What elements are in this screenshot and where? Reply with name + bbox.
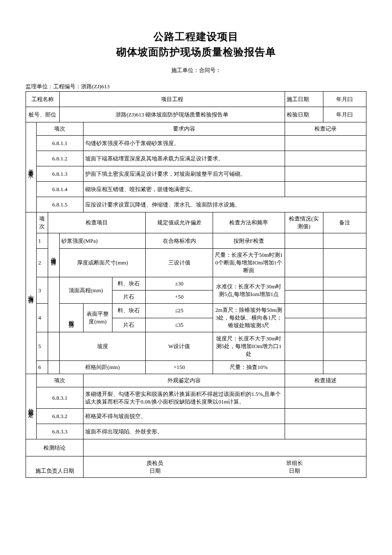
measure-row-method: 2m直尺：除锥坡外每50m测3处，每处纵、横向各1尺；锥坡处顺坡测3尺 [213,304,285,332]
measure-row-idx: 6 [36,361,48,374]
measure-sub-allow: +50 [146,291,213,304]
sig-block: 质检员 日期 班组长 日期 [84,456,366,478]
title-line1: 公路工程建设项目 [26,30,366,44]
measure-col-note: 备注 [323,212,366,233]
measure-section-label: 实测项目 [26,212,37,374]
measure-row-note [323,318,366,332]
appearance-col-content: 外观鉴定内容 [84,374,285,387]
appearance-row-content: 坡面不得出现塌陷、外鼓变形。 [84,424,285,439]
basic-row-record [285,136,366,151]
measure-row-note [323,361,366,374]
measure-row-method: 按附录F检查 [213,233,285,249]
basic-row-content: 应按设计要求设置沉降缝、伸缩缝、泄水孔、坡面防排水设施。 [84,197,366,212]
appearance-col-index: 项次 [36,374,83,387]
basic-row-content: 坡面下端基础埋置深度及其地基承载力应满足设计要求。 [84,151,285,166]
measure-sub-label: 料、块石 [112,304,146,318]
measure-row-idx: 3 [36,277,48,304]
measure-sub-allow: ≤25 [146,304,213,318]
appearance-row-no: 6.8.3.3 [36,424,83,439]
sig-left: 施工负责人日期 [26,456,84,478]
measure-row-allow: 在合格标准内 [146,233,213,249]
pile-value: 浙路(ZJ)613 砌体坡面防护现场质量检验报告单 [59,107,285,122]
basic-row-no: 6.8.1.3 [36,166,83,182]
measure-row-item: 砂浆强度(MPa) [59,233,146,249]
measure-col-method: 检查方法和频率 [213,212,285,233]
measure-gen-group: 般项目 [59,304,83,332]
measure-sub-label: 片石 [112,318,146,332]
basic-row-record [285,182,366,197]
appearance-row-content: 浆砌缝开裂、勾缝不密实和脱落的累计换算面积不得超过该面面积的1.5%,且单个或大… [84,387,285,409]
measure-row-result [285,249,323,277]
measure-col-result: 检查情况(实测值) [285,212,323,233]
sig-mid-top: 质检员 [147,459,163,467]
measure-sub-label: 料、块石 [112,277,146,291]
measure-empty-group [48,277,59,332]
measure-col-allow: 规定值或允许偏差 [146,212,213,233]
inspect-date-value: 年月曰 [323,107,366,122]
measure-row-idx: 1 [36,233,48,249]
measure-col-item: 检查项目 [48,212,146,233]
measure-row-idx: 2 [36,249,48,277]
measure-col-index: 项次 [36,212,48,233]
measure-sub-allow: ±30 [146,277,213,291]
basic-col-record: 检查记录 [285,122,366,136]
appearance-row-no: 6.8.3.2 [36,409,83,424]
basic-row-content: 勾缝砂浆强度不得小于浆砌砂浆强度。 [84,136,285,151]
sig-right-top: 班组长 [286,459,303,467]
measure-row-item-main: 顶面高程(mm) [59,277,112,304]
measure-row-idx: 4 [36,304,48,332]
appearance-row-desc [285,424,366,439]
measure-row-method: 尺量：长度不大于50m时测10个断面,每增加IOm增加1个断面 [213,249,285,277]
measure-row-item: 厚度或断面尺寸(mm) [59,249,146,277]
measure-row-result [285,291,323,304]
basic-row-content: 护面下填土密实度应满足设计要求，对坡面刷坡整平后方可铺砌。 [84,166,285,182]
basic-col-index: 项次 [36,122,83,136]
appearance-row-content: 框格梁不得与坡面脱空。 [84,409,285,424]
measure-empty-group [48,361,59,374]
measure-row-result [285,318,323,332]
basic-row-record [285,166,366,182]
basic-row-no: 6.8.1.2 [36,151,83,166]
measure-sub-allow: ≤35 [146,318,213,332]
title-line2: 砌体坡面防护现场质量检验报告单 [26,45,366,59]
conclusion-value [84,439,366,456]
measure-row-item: 框格间距(mm) [59,361,146,374]
measure-row-note [323,233,366,249]
sig-mid-bot: 日期 [147,467,163,475]
inspection-form-table: 工程名称 项目工程 施工日期 年月曰 桩号、部位 浙路(ZJ)613 砌体坡面防… [26,91,366,478]
pile-label: 桩号、部位 [26,107,60,122]
basic-row-no: 6.8.1.4 [36,182,83,197]
measure-row-method: 尺量：抽查10% [213,361,285,374]
measure-row-method: 坡度尺：长度不大于30m时测5处，每增加IOm增力口1处 [213,332,285,361]
measure-row-method: 水准仪：长度不大于30m时测5点,每增加Iom增加1点 [213,277,285,304]
measure-row-result [285,332,323,361]
basic-row-no: 6.8.1.5 [36,197,83,212]
measure-sub-label: 片石 [112,291,146,304]
header-supervisor-projectno: 监理单位：工程编号：浙路(ZJ)613 [26,83,366,90]
measure-row-result [285,277,323,291]
measure-row-allow: +150 [146,361,213,374]
measure-row-note [323,291,366,304]
basic-row-record [285,151,366,166]
conclusion-label: 检测结论 [26,439,84,456]
measure-key-group: 关键项目 [48,233,59,277]
measure-row-allow: W设计值 [146,332,213,361]
measure-row-note [323,304,366,318]
basic-section-label: 基本要求 [26,122,37,212]
appearance-row-desc [285,409,366,424]
measure-row-idx: 5 [36,332,48,361]
basic-row-no: 6.8.1.1 [36,136,83,151]
measure-row-note [323,277,366,291]
basic-col-req: 要求内容 [84,122,285,136]
project-name-label: 工程名称 [26,92,60,107]
measure-empty-group [48,332,59,361]
measure-row-item: 坡度 [59,332,146,361]
measure-row-result [285,233,323,249]
appearance-section-label: 外观鉴定 [26,374,37,439]
measure-row-result [285,304,323,318]
construction-date-value: 年月曰 [323,92,366,107]
project-name-value: 项目工程 [59,92,285,107]
measure-row-allow: 三设计值 [146,249,213,277]
construction-date-label: 施工日期 [285,92,323,107]
inspect-date-label: 检验日期 [285,107,323,122]
